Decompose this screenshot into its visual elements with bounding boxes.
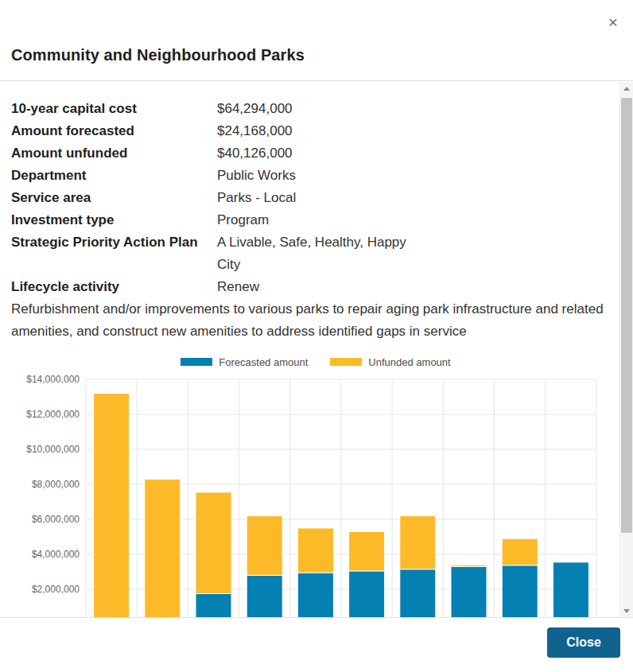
close-button[interactable]: Close — [547, 627, 620, 658]
detail-row: Investment type Program — [11, 209, 608, 231]
chart-plot-area[interactable]: $2,000,000$4,000,000$6,000,000$8,000,000… — [0, 370, 620, 618]
detail-label: Department — [11, 165, 217, 187]
bar-segment[interactable] — [145, 479, 181, 618]
bar-segment[interactable] — [247, 575, 282, 618]
detail-row: Lifecycle activity Renew — [11, 276, 608, 298]
bar-segment[interactable] — [400, 569, 436, 618]
bar-segment[interactable] — [196, 594, 231, 619]
bar-segment[interactable] — [451, 566, 487, 618]
detail-row: Department Public Works — [11, 165, 608, 187]
bar-segment[interactable] — [400, 516, 436, 569]
bar-segment[interactable] — [94, 394, 130, 618]
detail-label: 10-year capital cost — [11, 98, 217, 120]
bar-segment[interactable] — [297, 528, 333, 573]
detail-label: Strategic Priority Action Plan — [11, 231, 217, 276]
y-axis-tick-label: $6,000,000 — [32, 514, 80, 525]
vertical-scrollbar[interactable] — [619, 82, 633, 618]
legend-item-unfunded[interactable]: Unfunded amount — [330, 356, 450, 368]
detail-value: Public Works — [217, 165, 416, 187]
y-axis-tick-label: $8,000,000 — [32, 479, 80, 490]
bar-segment[interactable] — [297, 573, 333, 618]
modal-footer: Close — [0, 619, 633, 672]
chart-legend: Forecasted amount Unfunded amount — [6, 354, 626, 370]
detail-label: Amount unfunded — [11, 142, 217, 165]
detail-label: Service area — [11, 187, 217, 209]
bar-segment[interactable] — [196, 492, 231, 594]
bar-segment[interactable] — [349, 571, 385, 618]
modal-body-content: 10-year capital cost $64,294,000 Amount … — [0, 82, 619, 618]
bar-segment[interactable] — [553, 562, 588, 618]
y-axis-tick-label: $12,000,000 — [26, 409, 80, 420]
detail-value: Program — [217, 209, 416, 231]
legend-item-forecasted[interactable]: Forecasted amount — [181, 356, 308, 368]
modal-body: 10-year capital cost $64,294,000 Amount … — [0, 82, 633, 618]
modal-title: Community and Neighbourhood Parks — [11, 46, 305, 64]
detail-label: Lifecycle activity — [11, 276, 217, 298]
y-axis-tick-label: $10,000,000 — [26, 444, 80, 455]
bar-segment[interactable] — [349, 531, 385, 571]
y-axis-tick-label: $14,000,000 — [26, 374, 80, 385]
detail-row: Service area Parks - Local — [11, 187, 608, 209]
detail-label: Investment type — [11, 209, 217, 231]
detail-value: $64,294,000 — [217, 98, 416, 120]
stacked-bar-chart[interactable]: Forecasted amount Unfunded amount $2,000… — [11, 354, 620, 618]
detail-value: Renew — [217, 276, 416, 298]
detail-value: Parks - Local — [217, 187, 416, 209]
bar-segment[interactable] — [502, 538, 538, 565]
detail-value: A Livable, Safe, Healthy, Happy City — [217, 231, 416, 276]
bar-segment[interactable] — [247, 516, 282, 576]
scrollbar-thumb[interactable] — [621, 98, 632, 533]
bar-segment[interactable] — [502, 565, 538, 618]
bar-segment[interactable] — [451, 565, 487, 566]
modal-header: × Community and Neighbourhood Parks — [0, 0, 633, 81]
scrollbar-down-arrow-icon[interactable] — [620, 604, 633, 618]
detail-row: Amount unfunded $40,126,000 — [11, 142, 608, 165]
legend-label: Forecasted amount — [219, 356, 308, 368]
detail-value: $40,126,000 — [217, 142, 416, 165]
y-axis-tick-label: $4,000,000 — [32, 549, 80, 560]
scrollbar-up-arrow-icon[interactable] — [620, 82, 633, 95]
y-axis-tick-label: $2,000,000 — [32, 584, 80, 595]
details-list: 10-year capital cost $64,294,000 Amount … — [11, 98, 608, 298]
project-description: Refurbishment and/or improvements to var… — [11, 298, 608, 343]
detail-row: Amount forecasted $24,168,000 — [11, 120, 608, 142]
legend-swatch-forecasted-icon — [181, 358, 212, 366]
detail-row: 10-year capital cost $64,294,000 — [11, 98, 608, 120]
detail-label: Amount forecasted — [11, 120, 217, 142]
detail-value: $24,168,000 — [217, 120, 416, 142]
project-detail-modal: × Community and Neighbourhood Parks 10-y… — [0, 0, 633, 672]
legend-label: Unfunded amount — [368, 356, 450, 368]
legend-swatch-unfunded-icon — [330, 358, 362, 366]
detail-row: Strategic Priority Action Plan A Livable… — [11, 231, 608, 276]
close-icon[interactable]: × — [602, 11, 624, 33]
